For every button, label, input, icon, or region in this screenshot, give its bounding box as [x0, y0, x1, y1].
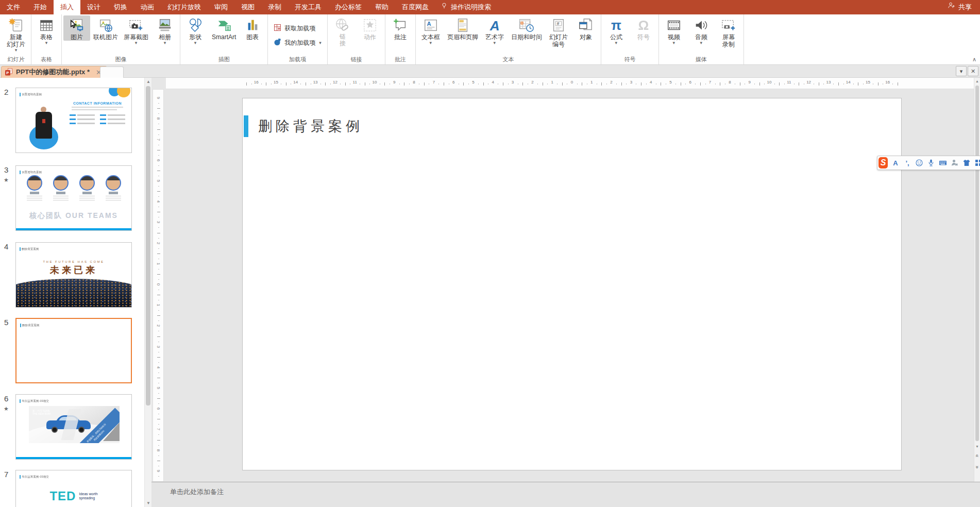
- ribbon: 新建 幻灯片▾幻灯片表格▾表格图片联机图片屏幕截图▾相册▾图像形状▾SmartA…: [0, 14, 980, 65]
- ribbon-button-联机图片[interactable]: 联机图片: [91, 15, 121, 41]
- text-box-icon: A: [423, 16, 439, 33]
- ribbon-group-幻灯片: 新建 幻灯片▾幻灯片: [1, 14, 31, 64]
- menu-tab-设计[interactable]: 设计: [80, 0, 107, 14]
- ribbon-button-音频[interactable]: 音频▾: [688, 15, 715, 45]
- tell-me-search[interactable]: 操作说明搜索: [441, 0, 491, 14]
- punctuation-icon[interactable]: ’,: [903, 159, 911, 167]
- menu-tab-插入[interactable]: 插入: [54, 0, 80, 14]
- slide-thumbnail-3[interactable]: 设置透明色案例核心团队 OUR TEAMS: [15, 165, 132, 231]
- ribbon-button-艺术字[interactable]: A艺术字▾: [481, 15, 508, 45]
- ribbon-group-加载项: 获取加载项我的加载项▾加载项: [268, 14, 328, 64]
- tab-bar-close-icon[interactable]: ✕: [968, 66, 978, 76]
- ribbon-button-幻灯片编号[interactable]: #幻灯片 编号: [545, 15, 572, 48]
- sogou-logo-icon[interactable]: S: [878, 157, 888, 168]
- ribbon-button-新建幻灯片[interactable]: 新建 幻灯片▾: [3, 15, 29, 53]
- menu-tab-视图[interactable]: 视图: [234, 0, 261, 14]
- collapse-ribbon-icon[interactable]: ∧: [972, 56, 976, 63]
- menu-tab-开发工具[interactable]: 开发工具: [288, 0, 328, 14]
- ribbon-group-插图: 形状▾SmartArt图表插图: [180, 14, 268, 64]
- ribbon-groups: 新建 幻灯片▾幻灯片表格▾表格图片联机图片屏幕截图▾相册▾图像形状▾SmartA…: [1, 14, 744, 64]
- powerpoint-window: 文件开始插入设计切换动画幻灯片放映审阅视图录制开发工具办公标签帮助百度网盘 操作…: [0, 0, 980, 507]
- menu-tab-办公标签[interactable]: 办公标签: [328, 0, 368, 14]
- ribbon-button-公式[interactable]: π公式▾: [603, 15, 630, 45]
- ribbon-button-文本框[interactable]: A文本框▾: [417, 15, 444, 45]
- menu-tab-百度网盘[interactable]: 百度网盘: [395, 0, 435, 14]
- scroll-down-icon[interactable]: ▼: [974, 445, 980, 448]
- tab-list-dropdown-icon[interactable]: ▾: [956, 66, 967, 76]
- scroll-up-icon[interactable]: ▲: [145, 79, 152, 84]
- symbol-icon: Ω: [635, 16, 652, 33]
- previous-slide-icon[interactable]: «: [974, 453, 980, 461]
- slide-title-text[interactable]: 删除背景案例: [258, 117, 363, 136]
- ribbon-button-屏幕录制[interactable]: 屏幕 录制: [715, 15, 742, 48]
- main-scrollbar[interactable]: ▲ ▼ « »: [974, 78, 980, 482]
- menu-tab-帮助[interactable]: 帮助: [368, 0, 395, 14]
- menu-tab-开始[interactable]: 开始: [27, 0, 54, 14]
- ribbon-button-表格[interactable]: 表格▾: [33, 15, 60, 45]
- date-time-icon: [518, 16, 535, 33]
- share-button[interactable]: 共享: [939, 0, 980, 14]
- slide-number-label: 5: [4, 318, 8, 327]
- screenshot-icon: [128, 16, 144, 33]
- document-tab[interactable]: P PPT中的修图功能.pptx * ✕: [1, 66, 107, 78]
- thumbnail-scrollbar[interactable]: ▲ ▼: [144, 78, 151, 507]
- slide-thumbnail-panel: 2设置透明色案例CONTACT INFORMATION3★设置透明色案例核心团队…: [0, 78, 151, 507]
- ribbon-button-页眉和页脚[interactable]: 页眉和页脚: [445, 15, 481, 41]
- menu-tab-幻灯片放映[interactable]: 幻灯片放映: [161, 0, 208, 14]
- ribbon-group-图像: 图片联机图片屏幕截图▾相册▾图像: [62, 14, 180, 64]
- ribbon-button-我的加载项[interactable]: 我的加载项▾: [274, 38, 322, 48]
- grid-icon[interactable]: [974, 159, 980, 167]
- document-tab-bar: P PPT中的修图功能.pptx * ✕ ▾ ✕: [0, 65, 980, 78]
- thumbnail-row-slide-7: 7布尔运算案例-03相交TEDIdeas worthspreading: [0, 470, 144, 507]
- slide-thumbnail-5[interactable]: 删除背景案例: [15, 318, 132, 383]
- ribbon-button-视频[interactable]: 视频▾: [661, 15, 687, 45]
- thumb-slide-title: 删除背景案例: [20, 246, 43, 251]
- dropdown-caret-icon: ▾: [135, 41, 138, 45]
- scroll-down-icon[interactable]: ▼: [145, 501, 152, 505]
- smiley-icon[interactable]: [915, 159, 923, 167]
- menu-bar: 文件开始插入设计切换动画幻灯片放映审阅视图录制开发工具办公标签帮助百度网盘 操作…: [0, 0, 980, 14]
- ribbon-button-对象[interactable]: 对象: [572, 15, 599, 41]
- notes-placeholder[interactable]: 单击此处添加备注: [170, 487, 224, 497]
- ribbon-button-形状[interactable]: 形状▾: [182, 15, 209, 45]
- scroll-up-icon[interactable]: ▲: [974, 79, 980, 83]
- ribbon-group-链接: 链接动作链接: [328, 14, 385, 64]
- main-scrollbar-thumb[interactable]: [975, 86, 979, 441]
- new-document-tab-button[interactable]: [100, 66, 124, 78]
- slide-number-label: 7: [4, 470, 8, 479]
- tshirt-icon[interactable]: [962, 159, 971, 167]
- thumbnail-scrollbar-thumb[interactable]: [146, 86, 150, 405]
- dropdown-caret-icon: ▾: [430, 41, 432, 45]
- title-accent-bar: [244, 115, 248, 137]
- slide-thumbnail-4[interactable]: 删除背景案例THE FUTURE HAS COME未来已来: [15, 242, 132, 308]
- user-icon[interactable]: [951, 159, 959, 167]
- menu-tab-录制[interactable]: 录制: [261, 0, 288, 14]
- microphone-icon[interactable]: [927, 159, 935, 167]
- ribbon-button-相册[interactable]: 相册▾: [151, 15, 178, 45]
- keyboard-icon[interactable]: [939, 159, 947, 167]
- dropdown-caret-icon: ▾: [15, 48, 18, 53]
- letter-a-icon[interactable]: A: [891, 159, 900, 167]
- menu-tab-动画[interactable]: 动画: [134, 0, 161, 14]
- slide-thumbnail-7[interactable]: 布尔运算案例-03相交TEDIdeas worthspreading: [15, 470, 132, 507]
- menu-tab-审阅[interactable]: 审阅: [208, 0, 234, 14]
- ribbon-button-屏幕截图[interactable]: 屏幕截图▾: [121, 15, 151, 45]
- ribbon-button-批注[interactable]: 批注: [387, 15, 414, 41]
- notes-pane[interactable]: 单击此处添加备注: [151, 482, 980, 507]
- ribbon-button-图表[interactable]: 图表: [239, 15, 266, 41]
- chart-icon: [244, 16, 261, 33]
- ribbon-button-获取加载项[interactable]: 获取加载项: [274, 24, 315, 33]
- thumbnail-row-slide-2: 2设置透明色案例CONTACT INFORMATION: [0, 88, 144, 153]
- search-hint-label: 操作说明搜索: [451, 0, 491, 14]
- next-slide-icon[interactable]: »: [974, 464, 980, 472]
- menu-tab-文件[interactable]: 文件: [0, 0, 27, 14]
- ribbon-group-label: 幻灯片: [3, 56, 29, 64]
- menu-tab-切换[interactable]: 切换: [107, 0, 134, 14]
- slide-thumbnail-2[interactable]: 设置透明色案例CONTACT INFORMATION: [15, 88, 132, 153]
- ribbon-group-label: 插图: [182, 56, 266, 64]
- ribbon-button-日期和时间[interactable]: 日期和时间: [509, 15, 545, 41]
- ribbon-button-图片[interactable]: 图片: [63, 15, 90, 41]
- ribbon-button-SmartArt[interactable]: SmartArt: [209, 15, 239, 41]
- slide-thumbnail-6[interactable]: 布尔运算案例-03相交新一代宝马轿跑THE NEW BMW开创新高，月销1700…: [15, 394, 132, 460]
- slide-editing-surface[interactable]: 删除背景案例: [242, 98, 902, 470]
